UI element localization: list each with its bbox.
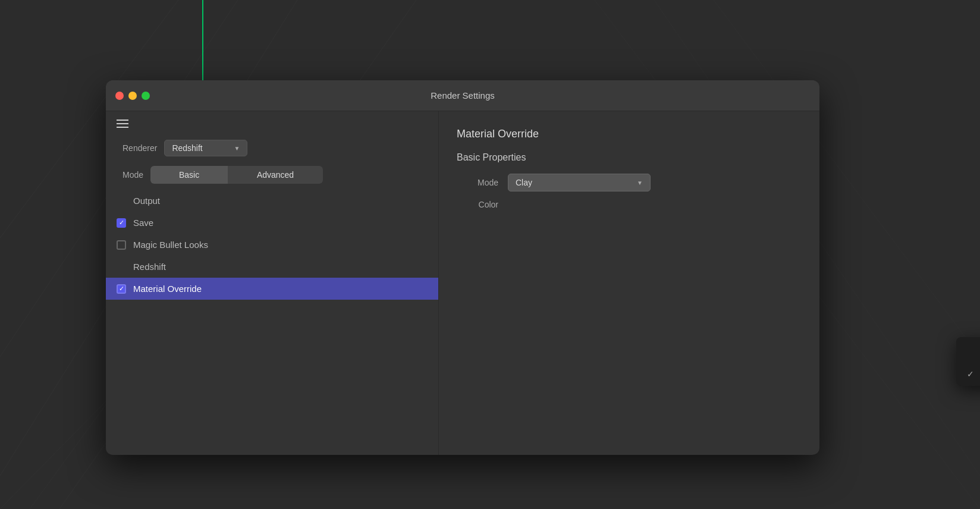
dropdown-item-custom-material[interactable]: Custom Material bbox=[956, 337, 980, 362]
mode-dropdown-value: Clay bbox=[516, 178, 637, 187]
nav-item-redshift[interactable]: Redshift bbox=[106, 256, 438, 278]
nav-item-material-override[interactable]: Material Override bbox=[106, 278, 438, 300]
color-property-label: Color bbox=[457, 200, 498, 209]
window-title: Render Settings bbox=[431, 90, 495, 100]
title-bar: Render Settings bbox=[106, 80, 819, 111]
mode-dropdown-arrow-icon: ▼ bbox=[637, 180, 643, 186]
hamburger-menu-button[interactable] bbox=[117, 120, 128, 128]
dropdown-check-clay: ✓ bbox=[967, 369, 976, 379]
nav-checkbox-magic-bullet[interactable] bbox=[117, 240, 126, 250]
window-body: Renderer Redshift ▼ Mode Basic Advanced bbox=[106, 111, 819, 455]
right-panel: Material Override Basic Properties Mode … bbox=[439, 111, 819, 455]
maximize-button[interactable] bbox=[142, 92, 150, 100]
nav-item-material-override-label: Material Override bbox=[133, 284, 202, 294]
sidebar: Renderer Redshift ▼ Mode Basic Advanced bbox=[106, 111, 439, 455]
color-property-row: Color bbox=[457, 200, 802, 209]
minimize-button[interactable] bbox=[128, 92, 137, 100]
nav-item-output-label: Output bbox=[133, 196, 160, 206]
close-button[interactable] bbox=[115, 92, 124, 100]
mode-dropdown-menu: Custom Material ✓ Clay bbox=[956, 337, 980, 386]
subsection-title: Basic Properties bbox=[457, 152, 802, 163]
traffic-lights bbox=[115, 92, 150, 100]
sidebar-toolbar bbox=[106, 111, 438, 136]
nav-item-redshift-label: Redshift bbox=[133, 262, 166, 272]
hamburger-line-2 bbox=[117, 123, 128, 124]
nav-item-magic-bullet[interactable]: Magic Bullet Looks bbox=[106, 234, 438, 256]
nav-item-save[interactable]: Save bbox=[106, 212, 438, 234]
nav-item-magic-bullet-label: Magic Bullet Looks bbox=[133, 240, 208, 250]
mode-property-row: Mode Clay ▼ bbox=[457, 174, 802, 191]
renderer-label: Renderer bbox=[122, 143, 157, 153]
nav-item-save-label: Save bbox=[133, 218, 153, 228]
nav-checkbox-save[interactable] bbox=[117, 218, 126, 228]
nav-items: Output Save Magic Bullet Looks Redshift bbox=[106, 190, 438, 300]
mode-row: Mode Basic Advanced bbox=[117, 166, 428, 184]
renderer-select[interactable]: Redshift ▼ bbox=[164, 140, 247, 156]
nav-item-output[interactable]: Output bbox=[106, 190, 438, 212]
sidebar-controls: Renderer Redshift ▼ Mode Basic Advanced bbox=[106, 136, 438, 184]
mode-toggle: Basic Advanced bbox=[150, 166, 323, 184]
render-settings-window: Render Settings Renderer Redshift ▼ bbox=[106, 80, 819, 455]
mode-dropdown-button[interactable]: Clay ▼ bbox=[508, 174, 651, 191]
hamburger-line-1 bbox=[117, 120, 128, 121]
dropdown-item-clay[interactable]: ✓ Clay bbox=[956, 362, 980, 386]
nav-checkbox-material-override[interactable] bbox=[117, 284, 126, 294]
mode-basic-button[interactable]: Basic bbox=[150, 166, 228, 184]
green-accent-line bbox=[202, 0, 203, 80]
renderer-select-value: Redshift bbox=[172, 143, 229, 153]
renderer-select-arrow-icon: ▼ bbox=[234, 145, 240, 152]
renderer-row: Renderer Redshift ▼ bbox=[117, 140, 428, 156]
mode-label: Mode bbox=[122, 170, 143, 180]
section-title: Material Override bbox=[457, 128, 802, 140]
mode-advanced-button[interactable]: Advanced bbox=[228, 166, 323, 184]
hamburger-line-3 bbox=[117, 127, 128, 128]
mode-property-label: Mode bbox=[457, 178, 498, 187]
